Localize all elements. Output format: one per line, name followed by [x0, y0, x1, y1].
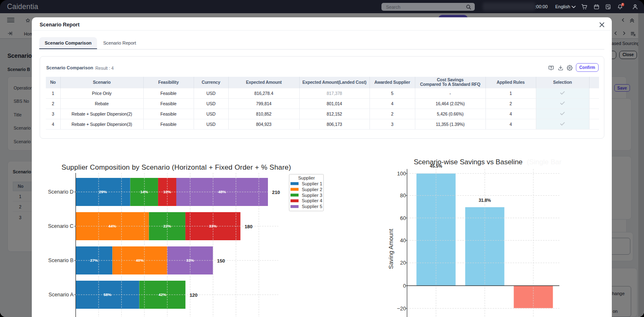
svg-text:150: 150	[217, 258, 225, 263]
svg-text:42%: 42%	[159, 292, 167, 297]
svg-text:Scenario D: Scenario D	[48, 189, 73, 195]
svg-text:40: 40	[400, 237, 406, 244]
svg-text:22%: 22%	[163, 224, 171, 228]
svg-text:58%: 58%	[104, 292, 112, 297]
svg-text:Supplier 2: Supplier 2	[302, 187, 322, 192]
svg-text:120: 120	[189, 293, 197, 298]
svg-text:29%: 29%	[99, 189, 107, 194]
svg-text:31.8%: 31.8%	[478, 198, 491, 203]
svg-text:Scenario C: Scenario C	[48, 223, 73, 229]
svg-text:44%: 44%	[108, 224, 116, 228]
svg-text:100: 100	[397, 170, 406, 177]
svg-text:20: 20	[400, 260, 406, 266]
svg-text:60: 60	[400, 215, 406, 221]
svg-text:40%: 40%	[136, 258, 144, 263]
svg-text:10%: 10%	[163, 189, 171, 194]
svg-text:Supplier 1: Supplier 1	[302, 181, 322, 186]
svg-text:(Single Bar: (Single Bar	[527, 158, 561, 166]
svg-text:27%: 27%	[90, 258, 98, 263]
svg-text:−20: −20	[397, 305, 406, 312]
svg-text:Supplier: Supplier	[298, 175, 315, 180]
svg-text:80: 80	[400, 192, 406, 199]
svg-text:Scenario B: Scenario B	[48, 258, 73, 263]
svg-text:0: 0	[403, 283, 406, 289]
svg-text:45.5%: 45.5%	[430, 163, 442, 168]
svg-text:Supplier 5: Supplier 5	[302, 204, 322, 209]
svg-text:Scenario A: Scenario A	[49, 292, 74, 298]
svg-text:48%: 48%	[218, 189, 226, 194]
svg-text:33%: 33%	[186, 258, 194, 263]
svg-text:14%: 14%	[140, 189, 149, 194]
svg-text:33%: 33%	[209, 224, 217, 228]
svg-text:Supplier 4: Supplier 4	[302, 198, 322, 203]
svg-text:Supplier 3: Supplier 3	[302, 193, 322, 198]
svg-text:Supplier Composition by Scenar: Supplier Composition by Scenario (Horizo…	[62, 163, 291, 171]
svg-text:180: 180	[244, 224, 252, 229]
svg-text:210: 210	[272, 190, 280, 195]
svg-text:Saving Amount: Saving Amount	[388, 229, 394, 269]
